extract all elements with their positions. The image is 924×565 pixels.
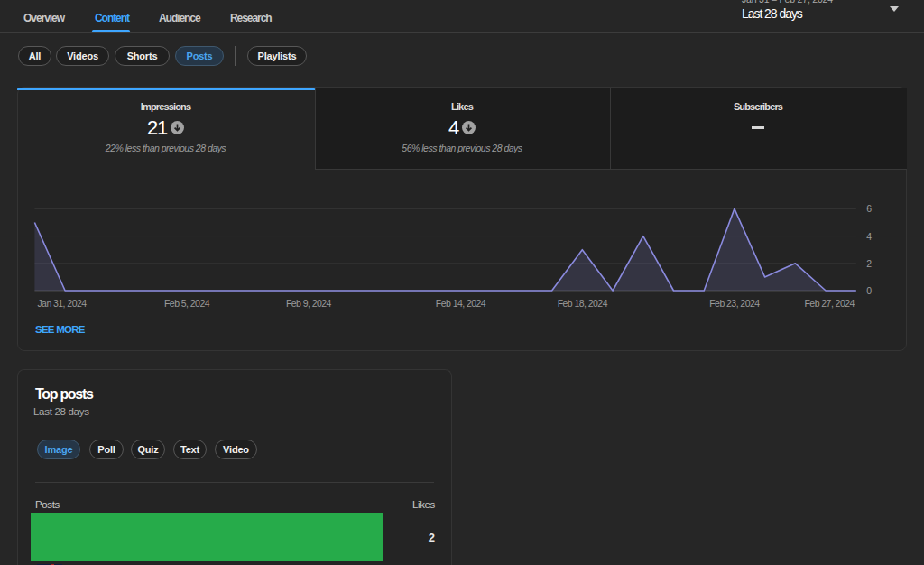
svg-text:2: 2: [866, 258, 872, 269]
svg-text:Feb 18, 2024: Feb 18, 2024: [558, 298, 608, 309]
svg-text:Feb 9, 2024: Feb 9, 2024: [286, 298, 332, 309]
svg-text:4: 4: [866, 231, 872, 242]
svg-text:0: 0: [866, 285, 872, 296]
svg-text:Feb 14, 2024: Feb 14, 2024: [436, 298, 486, 309]
svg-text:Feb 5, 2024: Feb 5, 2024: [164, 298, 210, 309]
svg-text:6: 6: [866, 203, 872, 214]
svg-text:Feb 23, 2024: Feb 23, 2024: [709, 298, 760, 309]
svg-text:Jan 31, 2024: Jan 31, 2024: [37, 298, 87, 309]
svg-text:Feb 27, 2024: Feb 27, 2024: [805, 298, 855, 309]
